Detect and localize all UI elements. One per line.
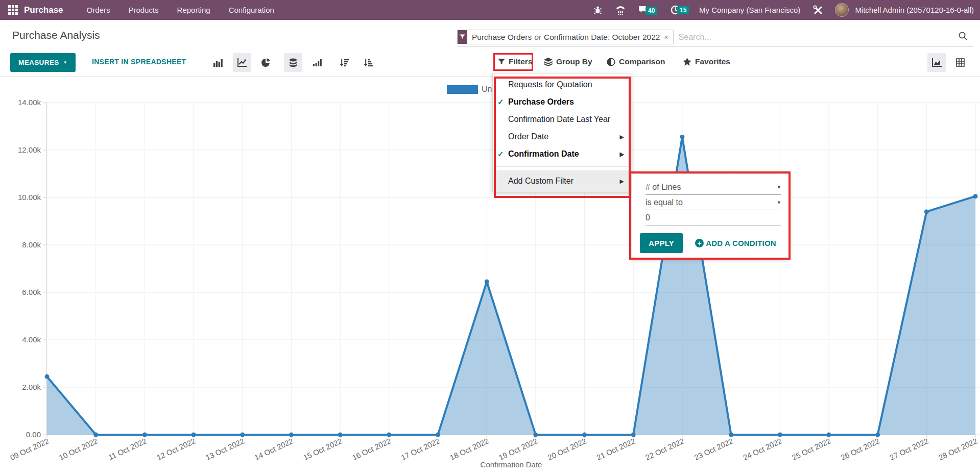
svg-text:8.00k: 8.00k [22, 240, 41, 249]
filters-label: Filters [509, 57, 533, 66]
sort-desc-button[interactable] [335, 53, 353, 72]
facet-remove-icon[interactable]: × [662, 30, 673, 44]
activities-count-badge[interactable]: 15 [677, 6, 689, 14]
user-menu[interactable]: Mitchell Admin (20570120-16-0-all) [849, 6, 980, 14]
menu-separator [493, 166, 631, 167]
svg-text:16 Oct 2022: 16 Oct 2022 [351, 436, 392, 462]
menu-item-order-date[interactable]: Order Date ▶ [493, 128, 631, 145]
bar-chart-icon [213, 59, 223, 67]
company-switcher[interactable]: My Company (San Francisco) [693, 6, 806, 14]
app-name[interactable]: Purchase [24, 5, 63, 15]
filter-icon [498, 59, 505, 65]
chevron-down-icon: ▼ [777, 200, 781, 205]
menu-item-add-custom-filter[interactable]: Add Custom Filter ▶ [493, 170, 631, 192]
search-facet[interactable]: Purchase Orders or Confirmation Date: Oc… [457, 30, 674, 44]
phone-icon[interactable] [609, 6, 632, 15]
search-input[interactable] [674, 33, 958, 42]
messages-count-badge[interactable]: 40 [646, 7, 657, 15]
chevron-down-icon: ▼ [63, 60, 67, 65]
favorites-star-icon [683, 58, 691, 66]
menu-item-purchase-orders[interactable]: ✓ Purchase Orders [493, 93, 631, 111]
custom-filter-actions: APPLY + ADD A CONDITION [640, 233, 781, 253]
grid-icon [8, 5, 18, 15]
tools-icon[interactable] [806, 5, 830, 15]
check-icon: ✓ [497, 145, 504, 163]
svg-text:21 Oct 2022: 21 Oct 2022 [595, 436, 636, 462]
search-bar: Purchase Orders or Confirmation Date: Oc… [457, 28, 973, 47]
page-title: Purchase Analysis [12, 29, 100, 41]
area-view-icon [932, 58, 942, 67]
pivot-view-button[interactable] [951, 53, 969, 72]
stacked-toggle-button[interactable] [284, 53, 302, 72]
submenu-caret-icon: ▶ [620, 145, 624, 163]
operator-select-value: is equal to [646, 198, 683, 207]
group-by-button[interactable]: Group By [544, 57, 592, 66]
nav-menu-configuration[interactable]: Configuration [220, 0, 283, 20]
sort-desc-icon [340, 59, 349, 67]
top-navbar: Purchase Orders Products Reporting Confi… [0, 0, 980, 20]
search-icon [958, 31, 968, 43]
menu-item-label: Add Custom Filter [508, 177, 573, 185]
messages-menu[interactable]: 40 [632, 6, 657, 15]
menu-item-confirmation-date-last-year[interactable]: Confirmation Date Last Year [493, 111, 631, 128]
navbar-right: 40 15 My Company (San Francisco) Mitchel… [587, 3, 980, 17]
comparison-icon [607, 58, 615, 66]
favorites-button[interactable]: Favorites [683, 57, 730, 66]
chart-legend[interactable]: Un [447, 85, 492, 94]
comparison-label: Comparison [619, 57, 665, 66]
nav-menu-products[interactable]: Products [119, 0, 168, 20]
svg-text:11 Oct 2022: 11 Oct 2022 [107, 436, 148, 461]
pie-chart-button[interactable] [257, 53, 275, 72]
add-a-condition-button[interactable]: + ADD A CONDITION [695, 239, 776, 247]
svg-text:22 Oct 2022: 22 Oct 2022 [644, 436, 685, 462]
svg-text:Confirmation Date: Confirmation Date [481, 460, 542, 469]
svg-text:18 Oct 2022: 18 Oct 2022 [448, 436, 490, 462]
svg-text:09 Oct 2022: 09 Oct 2022 [9, 436, 50, 462]
avatar[interactable] [835, 3, 849, 17]
legend-label: Un [482, 85, 492, 94]
line-chart-icon [237, 58, 247, 67]
custom-filter-field-select[interactable]: # of Lines ▼ [646, 180, 781, 195]
svg-text:27 Oct 2022: 27 Oct 2022 [888, 436, 929, 462]
sort-asc-button[interactable] [359, 53, 377, 72]
svg-text:0.00: 0.00 [26, 430, 41, 439]
nav-menu-reporting[interactable]: Reporting [168, 0, 220, 20]
svg-text:24 Oct 2022: 24 Oct 2022 [742, 436, 783, 462]
menu-item-confirmation-date[interactable]: ✓ Confirmation Date ▶ [493, 145, 631, 163]
bar-chart-button[interactable] [209, 53, 227, 72]
graph-view-button[interactable] [927, 53, 946, 72]
value-input-text: 0 [646, 213, 650, 222]
insert-in-spreadsheet-button[interactable]: INSERT IN SPREADSHEET [92, 58, 186, 66]
apps-grid-icon[interactable] [0, 5, 24, 15]
svg-text:19 Oct 2022: 19 Oct 2022 [497, 436, 539, 462]
svg-text:6.00k: 6.00k [22, 288, 41, 296]
comparison-button[interactable]: Comparison [607, 57, 665, 66]
svg-text:23 Oct 2022: 23 Oct 2022 [693, 436, 734, 462]
favorites-label: Favorites [695, 57, 730, 66]
line-chart-button[interactable] [233, 53, 251, 72]
debug-bug-icon[interactable] [587, 6, 609, 14]
svg-text:4.00k: 4.00k [22, 335, 41, 344]
svg-text:28 Oct 2022: 28 Oct 2022 [937, 436, 978, 462]
custom-filter-value-input[interactable]: 0 [646, 210, 781, 226]
check-icon: ✓ [497, 93, 504, 111]
menu-item-label: Requests for Quotation [508, 80, 592, 89]
custom-filter-panel: # of Lines ▼ is equal to ▼ 0 APPLY + ADD… [632, 173, 789, 258]
apply-button[interactable]: APPLY [640, 233, 683, 253]
custom-filter-operator-select[interactable]: is equal to ▼ [646, 195, 781, 210]
filters-button[interactable]: Filters [498, 57, 533, 66]
chevron-down-icon: ▼ [777, 185, 781, 190]
svg-text:12 Oct 2022: 12 Oct 2022 [155, 436, 197, 462]
chart-type-switcher [209, 53, 383, 72]
facet-value-part2: Confirmation Date: October 2022 [544, 33, 660, 42]
activities-menu[interactable]: 15 [664, 5, 687, 15]
menu-item-requests-for-quotation[interactable]: Requests for Quotation [493, 76, 631, 93]
area-chart-canvas: 0.002.00k4.00k6.00k8.00k10.00k12.00k14.0… [0, 77, 980, 475]
svg-text:20 Oct 2022: 20 Oct 2022 [546, 436, 588, 462]
cumulative-bars-button[interactable] [308, 53, 326, 72]
svg-text:25 Oct 2022: 25 Oct 2022 [791, 436, 832, 462]
measures-label: MEASURES [18, 59, 59, 66]
measures-button[interactable]: MEASURES ▼ [10, 53, 76, 72]
menu-item-label: Purchase Orders [508, 97, 574, 106]
nav-menu-orders[interactable]: Orders [78, 0, 119, 20]
